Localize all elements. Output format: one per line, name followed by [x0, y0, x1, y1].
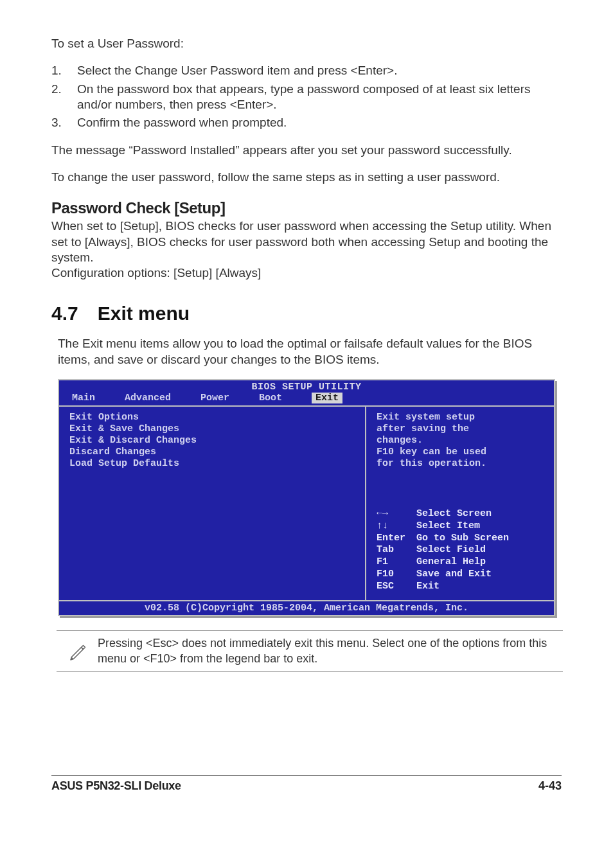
bios-menu-item[interactable]: Exit & Save Changes: [69, 423, 355, 435]
bios-tab-power[interactable]: Power: [200, 393, 229, 403]
page-footer: ASUS P5N32-SLI Deluxe 4-43: [51, 775, 562, 793]
key-label: Tab: [377, 544, 416, 556]
pwcheck-heading: Password Check [Setup]: [51, 199, 562, 217]
list-item: 2. On the password box that appears, typ…: [51, 82, 562, 113]
pencil-icon: [59, 636, 98, 662]
bios-info: changes.: [377, 435, 544, 447]
footer-product: ASUS P5N32-SLI Deluxe: [51, 779, 181, 793]
list-number: 1.: [51, 63, 77, 78]
bios-help-legend: ←→Select Screen ↑↓Select Item EnterGo to…: [377, 508, 544, 592]
key-desc: Select Item: [416, 520, 480, 533]
bios-title: BIOS SETUP UTILITY: [59, 380, 554, 393]
list-item: 3. Confirm the password when prompted.: [51, 115, 562, 130]
bios-tab-boot[interactable]: Boot: [259, 393, 282, 403]
list-number: 2.: [51, 82, 77, 113]
key-desc: Go to Sub Screen: [416, 533, 509, 545]
note-text: Pressing <Esc> does not immediately exit…: [98, 636, 560, 666]
key-label: F10: [377, 569, 416, 581]
key-desc: Select Field: [416, 544, 486, 556]
footer-page-number: 4-43: [538, 779, 562, 793]
bios-row: Exit Options: [69, 412, 355, 423]
bios-menu-item[interactable]: Discard Changes: [69, 447, 355, 458]
key-desc: Exit: [416, 581, 440, 593]
paragraph-change: To change the user password, follow the …: [51, 170, 562, 185]
bios-tabs: Main Advanced Power Boot Exit: [59, 393, 554, 405]
intro-text: To set a User Password:: [51, 36, 562, 51]
key-desc: Select Screen: [416, 508, 492, 520]
bios-left-pane: Exit Options Exit & Save Changes Exit & …: [59, 407, 366, 600]
key-label: ESC: [377, 581, 416, 593]
bios-tab-advanced[interactable]: Advanced: [125, 393, 171, 403]
list-text: Confirm the password when prompted.: [77, 115, 562, 130]
key-desc: Save and Exit: [416, 569, 492, 581]
key-desc: General Help: [416, 556, 486, 569]
list-number: 3.: [51, 115, 77, 130]
key-label: ↑↓: [377, 520, 416, 533]
bios-menu-item[interactable]: Load Setup Defaults: [69, 458, 355, 470]
exit-body: The Exit menu items allow you to load th…: [58, 336, 562, 368]
list-text: On the password box that appears, type a…: [77, 82, 562, 113]
pwcheck-body2: Configuration options: [Setup] [Always]: [51, 265, 562, 281]
bios-info: after saving the: [377, 423, 544, 435]
bios-window: BIOS SETUP UTILITY Main Advanced Power B…: [58, 379, 555, 616]
bios-tab-exit[interactable]: Exit: [312, 393, 342, 403]
exit-heading: 4.7 Exit menu: [51, 303, 562, 324]
bios-menu-item[interactable]: Exit & Discard Changes: [69, 435, 355, 447]
list-item: 1. Select the Change User Password item …: [51, 63, 562, 78]
bios-right-pane: Exit system setup after saving the chang…: [366, 407, 554, 600]
paragraph-installed: The message “Password Installed” appears…: [51, 143, 562, 158]
bios-info: F10 key can be used: [377, 447, 544, 458]
bios-tab-main[interactable]: Main: [72, 393, 95, 403]
note-block: Pressing <Esc> does not immediately exit…: [57, 630, 563, 672]
bios-footer: v02.58 (C)Copyright 1985-2004, American …: [59, 600, 554, 615]
pwcheck-body1: When set to [Setup], BIOS checks for use…: [51, 218, 562, 265]
key-label: Enter: [377, 533, 416, 545]
steps-list: 1. Select the Change User Password item …: [51, 63, 562, 130]
key-label: F1: [377, 556, 416, 569]
bios-info: for this operation.: [377, 458, 544, 470]
key-label: ←→: [377, 508, 416, 520]
list-text: Select the Change User Password item and…: [77, 63, 562, 78]
bios-info: Exit system setup: [377, 412, 544, 423]
